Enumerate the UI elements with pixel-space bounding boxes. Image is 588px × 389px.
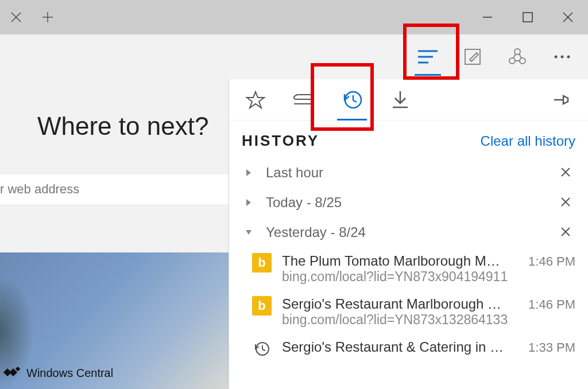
svg-line-37 — [262, 349, 265, 351]
downloads-tab[interactable] — [386, 86, 414, 114]
delete-group-button[interactable] — [556, 224, 575, 240]
history-group-last-hour[interactable]: Last hour — [229, 158, 588, 188]
entry-url: bing.com/local?lid=YN873x132864133&id — [282, 312, 508, 328]
svg-line-16 — [519, 54, 521, 58]
entry-title: Sergio's Restaurant & Catering in Marlbo… — [282, 339, 508, 355]
hub-title: HISTORY — [242, 132, 319, 150]
hub-icon — [418, 49, 438, 64]
entry-url: bing.com/local?lid=YN873x90419491138C — [282, 269, 508, 285]
svg-point-18 — [555, 56, 558, 59]
bing-icon: b — [252, 253, 272, 273]
history-entry[interactable]: b Sergio's Restaurant Marlborough MA - B… — [229, 290, 588, 333]
entry-time: 1:46 PM — [518, 296, 575, 312]
entry-time: 1:46 PM — [518, 253, 575, 269]
clear-history-link[interactable]: Clear all history — [481, 133, 575, 149]
window-titlebar — [0, 0, 588, 34]
reading-list-icon — [294, 91, 314, 108]
bing-icon: b — [252, 296, 272, 316]
hub-button[interactable] — [413, 42, 442, 71]
delete-group-button[interactable] — [556, 194, 575, 211]
page-heading: Where to next? — [37, 112, 208, 141]
history-entry[interactable]: Sergio's Restaurant & Catering in Marlbo… — [229, 333, 588, 364]
svg-point-14 — [520, 58, 525, 64]
favorites-tab[interactable] — [242, 86, 269, 114]
share-button[interactable] — [503, 42, 532, 71]
address-bar[interactable] — [0, 174, 229, 204]
svg-point-20 — [567, 56, 570, 59]
browser-toolbar — [0, 34, 588, 79]
web-note-button[interactable] — [458, 42, 487, 71]
history-group-today[interactable]: Today - 8/25 — [229, 188, 588, 217]
hub-panel: HISTORY Clear all history Last hour Toda… — [229, 79, 588, 389]
history-icon — [252, 339, 272, 359]
hub-tabs — [229, 79, 588, 120]
window-minimize-button[interactable] — [467, 0, 508, 34]
entry-time: 1:33 PM — [518, 339, 575, 355]
download-icon — [392, 90, 409, 110]
web-note-icon — [464, 48, 481, 65]
history-group-yesterday[interactable]: Yesterday - 8/24 — [229, 217, 588, 247]
chevron-down-icon — [242, 229, 256, 236]
svg-line-15 — [513, 54, 516, 58]
svg-point-13 — [509, 58, 515, 64]
group-label: Last hour — [266, 165, 323, 181]
entry-title: Sergio's Restaurant Marlborough MA - Bir — [282, 296, 508, 312]
more-icon — [554, 55, 571, 59]
reading-list-tab[interactable] — [290, 86, 318, 114]
window-close-button[interactable] — [548, 0, 588, 34]
pin-icon — [552, 91, 571, 108]
history-tab[interactable] — [338, 86, 366, 114]
news-feed-image[interactable]: Windows Central — [0, 252, 229, 389]
svg-point-19 — [561, 56, 564, 59]
chevron-right-icon — [242, 198, 256, 207]
history-entry[interactable]: b The Plum Tomato Marlborough MA - Bing … — [229, 247, 588, 290]
pin-hub-button[interactable] — [548, 86, 575, 114]
windows-central-icon — [5, 367, 22, 380]
delete-group-button[interactable] — [556, 165, 575, 181]
star-icon — [246, 90, 265, 110]
watermark-label: Windows Central — [26, 367, 113, 380]
more-button[interactable] — [548, 42, 577, 71]
new-tab-button[interactable] — [32, 0, 63, 34]
svg-rect-5 — [523, 13, 532, 22]
tab-close-button[interactable] — [0, 0, 32, 34]
entry-title: The Plum Tomato Marlborough MA - Bing — [282, 253, 508, 269]
svg-point-12 — [514, 49, 520, 55]
history-icon — [342, 90, 362, 110]
svg-line-26 — [353, 100, 357, 102]
watermark: Windows Central — [5, 367, 113, 380]
window-maximize-button[interactable] — [508, 0, 548, 34]
chevron-right-icon — [242, 168, 256, 177]
share-icon — [508, 48, 527, 66]
group-label: Yesterday - 8/24 — [266, 224, 366, 240]
group-label: Today - 8/25 — [266, 194, 342, 211]
